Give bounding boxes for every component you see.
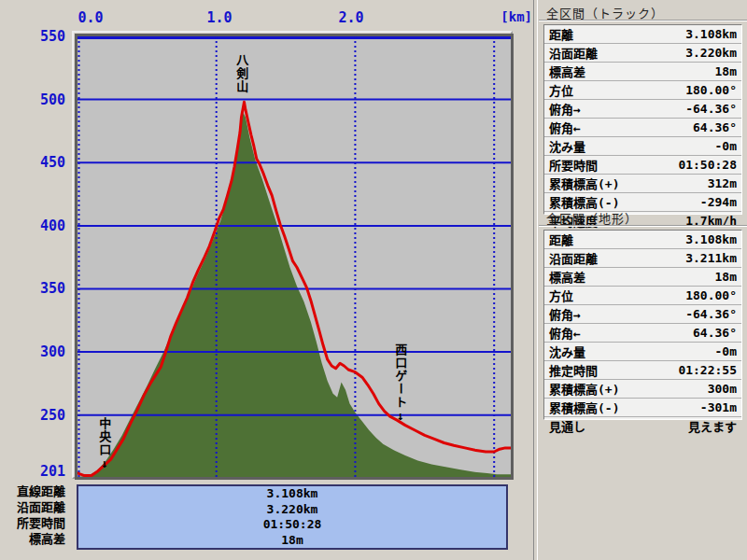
stat-label: 沈み量 [549, 343, 585, 360]
stat-value: 見えます [688, 417, 737, 435]
stat-value: 300m [708, 382, 737, 396]
stat-value: -294m [700, 195, 737, 209]
stats-table-terrain: 距離3.108km沿面距離3.211km標高差18m方位180.00°俯角→-6… [543, 230, 742, 420]
y-axis-tick-label: 450 [32, 155, 65, 170]
stats-row: 俯角→-64.36° [544, 305, 741, 324]
section-separator [539, 225, 747, 227]
y-axis-tick-label: 250 [32, 408, 65, 423]
stat-value: 64.36° [693, 326, 737, 340]
stat-value: 3.211km [685, 251, 737, 265]
stat-value: 3.108km [685, 27, 737, 41]
stats-row: 距離3.108km [544, 25, 741, 44]
stat-value: 01:22:55 [678, 363, 737, 377]
y-axis-min-label: 201 [32, 464, 65, 479]
summary-row-label: 沿面距離 [0, 499, 65, 515]
stat-label: 方位 [549, 81, 573, 99]
stats-row: 沈み量-0m [544, 137, 741, 156]
stat-value: 180.00° [685, 83, 737, 97]
stat-value: 18m [715, 64, 737, 78]
stat-label: 推定時間 [549, 361, 598, 379]
stat-value: 01:50:28 [678, 158, 737, 172]
pane-splitter[interactable] [533, 0, 538, 560]
elevation-profile-chart[interactable] [78, 36, 511, 477]
stat-value: 180.00° [685, 288, 737, 302]
x-axis-tick-label: 0.0 [75, 10, 106, 25]
stats-row: 俯角→-64.36° [544, 100, 741, 119]
stat-label: 俯角← [549, 324, 581, 342]
y-axis-tick-label: 400 [32, 218, 65, 233]
stat-label: 俯角→ [549, 100, 581, 118]
y-axis-tick-label: 550 [32, 29, 65, 44]
stat-value: 18m [715, 270, 737, 284]
stats-row: 累積標高(+)312m [544, 175, 741, 193]
stats-pane: 全区間（トラック） 距離3.108km沿面距離3.220km標高差18m方位18… [539, 0, 747, 560]
stat-value: -0m [715, 344, 737, 358]
stats-row: 沈み量-0m [544, 343, 741, 361]
stat-label: 所要時間 [549, 156, 598, 174]
stat-value: -64.36° [685, 307, 737, 321]
stat-label: 標高差 [549, 268, 585, 286]
stat-label: 方位 [549, 287, 573, 304]
stat-label: 距離 [549, 231, 573, 248]
stats-row: 距離3.108km [544, 231, 741, 249]
stat-label: 距離 [549, 25, 573, 43]
summary-row-label: 直線距離 [0, 483, 65, 499]
stat-label: 累積標高(-) [549, 399, 619, 416]
summary-row-value: 18m [78, 533, 506, 549]
stat-label: 俯角→ [549, 305, 581, 323]
stats-row: 所要時間01:50:28 [544, 156, 741, 175]
stats-row: 標高差18m [544, 63, 741, 81]
stat-label: 沈み量 [549, 137, 585, 155]
stats-row: 沿面距離3.211km [544, 249, 741, 268]
stat-label: 沿面距離 [549, 44, 598, 62]
y-axis-tick-label: 500 [32, 92, 65, 107]
x-axis-tick-label: 1.0 [204, 10, 235, 25]
axis-unit-label: [km] [500, 9, 532, 24]
stats-row: 累積標高(-)-301m [544, 399, 741, 417]
summary-row-label: 所要時間 [0, 515, 65, 531]
stats-row: 方位180.00° [544, 81, 741, 100]
stat-value: -0m [715, 139, 737, 153]
summary-row-value: 01:50:28 [78, 517, 506, 533]
summary-row-value: 3.220km [78, 502, 506, 518]
stats-row: 累積標高(+)300m [544, 380, 741, 399]
stat-label: 沿面距離 [549, 249, 598, 267]
stats-row: 俯角←64.36° [544, 324, 741, 343]
stat-label: 見通し [549, 417, 585, 435]
stat-label: 俯角← [549, 119, 581, 136]
stat-label: 累積標高(+) [549, 380, 619, 398]
stats-row: 推定時間01:22:55 [544, 361, 741, 380]
section-separator [539, 20, 747, 21]
y-axis-tick-label: 300 [32, 344, 65, 359]
stat-label: 累積標高(+) [549, 175, 619, 192]
chart-summary-panel: 3.108km 3.220km 01:50:28 18m [77, 484, 508, 550]
stat-label: 標高差 [549, 63, 585, 80]
stat-value: -301m [700, 400, 737, 414]
summary-row-value: 3.108km [78, 486, 506, 502]
stat-value: -64.36° [685, 102, 737, 116]
stat-value: 64.36° [693, 120, 737, 134]
elevation-profile-window: 0.01.02.0 [km] 550500450400350300250201 … [0, 0, 747, 560]
x-axis-tick-label: 2.0 [335, 10, 367, 25]
stat-value: 3.108km [685, 232, 737, 246]
stats-row: 沿面距離3.220km [544, 44, 741, 63]
stats-row: 標高差18m [544, 268, 741, 287]
stat-value: 312m [708, 176, 737, 190]
stats-row: 見通し見えます [544, 417, 741, 435]
stat-value: 3.220km [685, 46, 737, 60]
stats-row: 方位180.00° [544, 287, 741, 305]
stats-row: 俯角←64.36° [544, 119, 741, 137]
y-axis-tick-label: 350 [32, 281, 65, 296]
stats-table-track: 距離3.108km沿面距離3.220km標高差18m方位180.00°俯角→-6… [543, 24, 742, 215]
summary-row-label: 標高差 [0, 531, 65, 547]
summary-labels: 直線距離 沿面距離 所要時間 標高差 [0, 483, 65, 547]
